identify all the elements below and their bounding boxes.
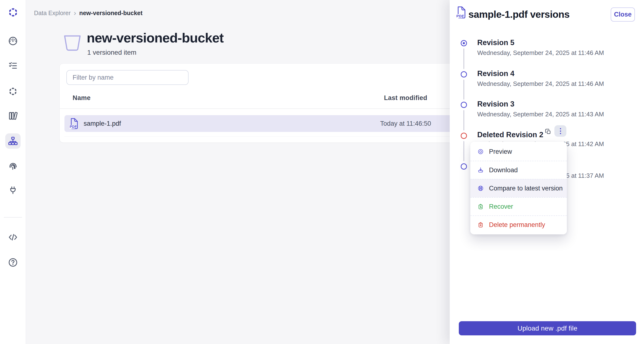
sitemap-icon — [8, 136, 18, 146]
table-row-sample-1-pdf[interactable]: PDF sample-1.pdf Today at 11:46:50 — [64, 115, 465, 132]
books-icon — [8, 111, 18, 121]
sidebar-item-help[interactable] — [5, 255, 20, 270]
page-title: new-versioned-bucket — [87, 31, 224, 45]
sidebar-item-data-explorer[interactable] — [5, 133, 20, 149]
bucket-items-card: Name Last modified PDF sample-1.pdf Toda… — [60, 63, 470, 143]
sidebar-item-library[interactable] — [5, 108, 20, 123]
revision-node — [461, 102, 467, 108]
panel-title: sample-1.pdf versions — [468, 8, 570, 21]
code-icon — [8, 232, 18, 243]
plug-icon — [8, 186, 18, 196]
menu-item-delete-permanently[interactable]: Delete permanently — [470, 215, 567, 234]
app-logo[interactable] — [5, 5, 20, 20]
timeline-connector — [463, 80, 464, 100]
sidebar-item-dashboard[interactable] — [5, 33, 20, 49]
file-last-modified: Today at 11:46:50 — [358, 120, 454, 127]
table-row-divider — [64, 136, 463, 137]
compare-icon — [477, 185, 484, 192]
pdf-file-icon: PDF — [456, 6, 466, 19]
kebab-dot — [560, 130, 561, 132]
menu-item-label: Compare to latest version — [489, 185, 563, 192]
revision-title: Revision 3 — [477, 100, 514, 108]
delete-icon — [477, 221, 484, 228]
sidebar-item-clusters[interactable] — [5, 84, 20, 99]
revision-node-current — [461, 40, 467, 46]
revision-date: Wednesday, September 24, 2025 at 11:43 A… — [477, 111, 604, 118]
download-icon — [477, 167, 484, 174]
menu-item-label: Delete permanently — [489, 221, 545, 229]
column-header-last-modified: Last modified — [358, 94, 454, 101]
gauge-icon — [8, 36, 18, 46]
revision-node — [461, 71, 467, 77]
sidebar — [0, 0, 26, 344]
revision-title: Revision 4 — [477, 69, 514, 78]
copy-icon — [544, 128, 552, 135]
menu-item-label: Download — [489, 166, 518, 174]
svg-text:PDF: PDF — [70, 125, 77, 129]
menu-item-preview[interactable]: Preview — [470, 142, 567, 161]
kebab-dot — [560, 128, 561, 129]
sidebar-item-api[interactable] — [5, 230, 20, 245]
menu-item-label: Recover — [489, 203, 513, 210]
checklist-icon — [8, 60, 18, 71]
revision-title-deleted: Deleted Revision 2 — [477, 130, 544, 139]
menu-item-compare[interactable]: Compare to latest version — [470, 179, 567, 197]
revision-title: Revision 5 — [477, 38, 514, 47]
app-logo-hexagon-icon — [8, 7, 19, 18]
kebab-dot — [560, 133, 561, 134]
preview-icon — [477, 148, 484, 155]
sidebar-item-tasks[interactable] — [5, 58, 20, 73]
help-icon — [8, 257, 18, 268]
sidebar-divider — [4, 217, 22, 218]
breadcrumb-separator: › — [74, 10, 76, 16]
sidebar-item-integrations[interactable] — [5, 183, 20, 198]
revision-node-deleted — [461, 133, 467, 139]
timeline-connector — [463, 110, 464, 130]
breadcrumb-current: new-versioned-bucket — [79, 10, 142, 17]
close-panel-button[interactable]: Close — [611, 8, 635, 22]
menu-item-recover[interactable]: Recover — [470, 197, 567, 215]
revision-date: Wednesday, September 24, 2025 at 11:46 A… — [477, 80, 604, 88]
breadcrumb-root-link[interactable]: Data Explorer — [34, 10, 71, 17]
revision-node — [461, 163, 467, 169]
upload-new-pdf-button[interactable]: Upload new .pdf file — [459, 321, 636, 335]
copy-revision-button[interactable] — [544, 128, 552, 135]
pdf-file-icon: PDF — [69, 118, 78, 129]
versions-panel: PDF sample-1.pdf versions Close Revision… — [450, 0, 644, 344]
hexagon-cluster-icon — [8, 86, 18, 97]
revision-date: Wednesday, September 24, 2025 at 11:46 A… — [477, 49, 604, 57]
revision-actions-menu-button[interactable] — [554, 125, 566, 137]
bucket-icon — [63, 35, 82, 52]
sidebar-item-identity[interactable] — [5, 158, 20, 174]
file-name: sample-1.pdf — [84, 120, 121, 127]
revision-context-menu: Preview Download Compare to latest versi… — [470, 142, 567, 234]
column-header-name: Name — [72, 94, 90, 101]
fingerprint-icon — [8, 160, 18, 171]
timeline-connector — [463, 141, 464, 161]
filter-input[interactable] — [66, 70, 188, 85]
svg-text:PDF: PDF — [456, 14, 464, 18]
menu-item-download[interactable]: Download — [470, 161, 567, 179]
recover-icon — [477, 203, 484, 210]
timeline-connector — [463, 49, 464, 69]
page-subtitle: 1 versioned item — [87, 49, 136, 56]
menu-item-label: Preview — [489, 148, 512, 155]
breadcrumb: Data Explorer › new-versioned-bucket — [34, 9, 142, 17]
table-header-divider — [60, 108, 469, 109]
